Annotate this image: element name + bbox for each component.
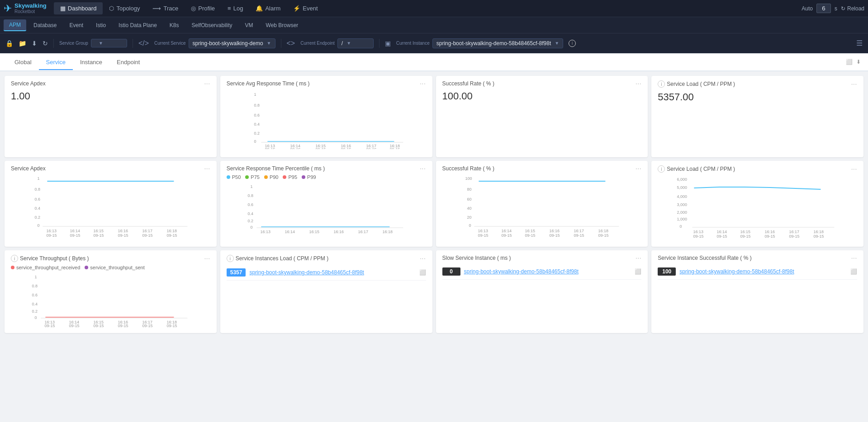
svg-text:0.2: 0.2 xyxy=(254,131,260,136)
svg-text:16:15: 16:15 xyxy=(525,229,535,233)
svg-text:16:18: 16:18 xyxy=(382,230,393,234)
second-nav-event[interactable]: Event xyxy=(64,20,89,31)
svg-text:09-15: 09-15 xyxy=(166,233,177,238)
nav-event[interactable]: ⚡ Event xyxy=(287,2,324,14)
instance-icon: ▣ xyxy=(385,40,391,47)
card-success-rate-chart-title: Successful Rate ( % ) ··· xyxy=(442,165,642,172)
current-service-chevron: ▼ xyxy=(267,41,271,46)
instance-copy-icon-1[interactable]: ⬜ xyxy=(419,269,426,276)
tab-endpoint[interactable]: Endpoint xyxy=(109,55,147,70)
legend-sent: service_throughput_sent xyxy=(85,265,144,270)
service-group-label: Service Group xyxy=(59,41,88,46)
current-endpoint-dropdown[interactable]: / ▼ xyxy=(337,38,374,48)
card-load-chart-title: i Service Load ( CPM / PPM ) ··· xyxy=(658,165,857,173)
instance-success-copy-1[interactable]: ⬜ xyxy=(850,268,857,275)
second-nav-database[interactable]: Database xyxy=(28,20,62,31)
second-nav-web[interactable]: Web Browser xyxy=(261,20,304,31)
info-button[interactable]: i xyxy=(569,40,576,47)
tab-service[interactable]: Service xyxy=(39,55,73,70)
card-instances-load-title: i Service Instances Load ( CPM / PPM ) ·… xyxy=(227,255,426,262)
tab-save-icon[interactable]: ⬜ xyxy=(846,59,853,65)
auto-label: Auto xyxy=(802,5,813,12)
throughput-menu[interactable]: ··· xyxy=(204,255,210,262)
card-menu-icon[interactable]: ··· xyxy=(204,80,210,87)
svg-text:0: 0 xyxy=(37,223,39,228)
card-apdex-chart: Service Apdex ··· 1 0.8 0.6 0.4 0.2 0 16… xyxy=(5,161,217,247)
instance-success-menu[interactable]: ··· xyxy=(851,255,857,261)
svg-text:09-15: 09-15 xyxy=(93,233,104,238)
current-endpoint-select: Current Endpoint / ▼ xyxy=(300,38,374,48)
nav-profile[interactable]: ◎ Profile xyxy=(185,2,221,14)
reload-button[interactable]: ↻ Reload xyxy=(841,5,864,12)
card-throughput-title: i Service Throughput ( Bytes ) ··· xyxy=(11,255,210,262)
second-nav-vm[interactable]: VM xyxy=(240,20,259,31)
settings-icon[interactable]: ☰ xyxy=(856,39,863,47)
p50-dot xyxy=(227,175,230,179)
svg-text:09-15: 09-15 xyxy=(46,233,57,238)
svg-text:1,000: 1,000 xyxy=(677,217,688,221)
nav-trace[interactable]: ⟿ Trace xyxy=(146,2,185,14)
second-nav-apm[interactable]: APM xyxy=(4,19,26,31)
instance-success-item-1: 100 spring-boot-skywalking-demo-58b48465… xyxy=(658,264,857,280)
svg-text:09-15: 09-15 xyxy=(525,233,535,238)
svg-text:16:13: 16:13 xyxy=(46,229,57,233)
nav-profile-label: Profile xyxy=(198,5,215,12)
slow-instance-menu[interactable]: ··· xyxy=(636,255,641,261)
tab-global[interactable]: Global xyxy=(7,55,39,70)
instance-load-name-1[interactable]: spring-boot-skywalking-demo-58b48465cf-8… xyxy=(249,269,415,276)
log-icon: ≡ xyxy=(228,5,231,12)
instance-success-name-1[interactable]: spring-boot-skywalking-demo-58b48465cf-8… xyxy=(679,268,847,275)
nav-dashboard-label: Dashboard xyxy=(68,5,97,12)
current-service-dropdown[interactable]: spring-boot-skywalking-demo ▼ xyxy=(189,38,275,48)
slow-instance-name-1[interactable]: spring-boot-skywalking-demo-58b48465cf-8… xyxy=(464,268,631,275)
card-slow-instance-title: Slow Service Instance ( ms ) ··· xyxy=(442,255,642,261)
nav-trace-label: Trace xyxy=(163,5,178,12)
nav-event-label: Event xyxy=(303,5,318,12)
percentile-menu[interactable]: ··· xyxy=(420,165,426,172)
svg-text:09-15: 09-15 xyxy=(69,324,79,327)
second-nav-k8s[interactable]: K8s xyxy=(164,20,185,31)
instances-load-info[interactable]: i xyxy=(227,255,234,262)
instance-load-badge-1: 5357 xyxy=(227,268,246,277)
nav-log[interactable]: ≡ Log xyxy=(221,2,249,14)
second-nav-istio-dp[interactable]: Istio Data Plane xyxy=(113,20,162,31)
svg-text:100: 100 xyxy=(465,176,472,181)
load-chart-info[interactable]: i xyxy=(658,165,665,173)
avg-response-menu[interactable]: ··· xyxy=(420,80,426,87)
nav-topology[interactable]: ⬡ Topology xyxy=(103,2,146,14)
success-rate-menu[interactable]: ··· xyxy=(636,80,641,87)
svg-text:09-15: 09-15 xyxy=(366,147,376,149)
load-chart-menu[interactable]: ··· xyxy=(851,166,857,172)
svg-text:0.6: 0.6 xyxy=(32,293,38,297)
apdex-chart-menu[interactable]: ··· xyxy=(204,165,210,172)
svg-text:09-15: 09-15 xyxy=(574,233,584,238)
svg-text:0: 0 xyxy=(254,139,256,144)
throughput-legend: service_throughput_received service_thro… xyxy=(11,265,210,270)
current-instance-dropdown[interactable]: spring-boot-skywalking-demo-58b48465cf-8… xyxy=(432,38,563,48)
nav-alarm[interactable]: 🔔 Alarm xyxy=(249,2,287,14)
second-nav-istio[interactable]: Istio xyxy=(90,20,111,31)
service-load-value: 5357.00 xyxy=(658,91,857,103)
download-icon[interactable]: ⬇ xyxy=(32,40,37,47)
nav-dashboard[interactable]: ▦ Dashboard xyxy=(54,2,103,14)
instances-load-menu[interactable]: ··· xyxy=(420,255,426,262)
tab-download-icon[interactable]: ⬇ xyxy=(856,59,861,65)
success-rate-chart-menu[interactable]: ··· xyxy=(636,165,641,172)
card-success-rate-title: Successful Rate ( % ) ··· xyxy=(442,80,642,87)
service-load-info[interactable]: i xyxy=(658,80,665,88)
current-instance-label: Current Instance xyxy=(396,41,430,46)
current-endpoint-chevron: ▼ xyxy=(346,41,351,46)
folder-icon[interactable]: 📁 xyxy=(19,40,26,47)
avg-response-chart: 1 0.8 0.6 0.4 0.2 0 16:13 16:14 16:15 16… xyxy=(227,90,426,150)
slow-instance-copy-1[interactable]: ⬜ xyxy=(635,268,641,275)
second-nav-self[interactable]: SelfObservability xyxy=(186,20,238,31)
service-load-menu[interactable]: ··· xyxy=(851,81,857,87)
svg-text:09-15: 09-15 xyxy=(765,234,775,239)
throughput-info[interactable]: i xyxy=(11,255,18,262)
card-instance-success-rate: Service Instance Successful Rate ( % ) ·… xyxy=(651,250,863,333)
refresh-icon[interactable]: ↻ xyxy=(43,40,48,47)
tab-instance[interactable]: Instance xyxy=(73,55,109,70)
svg-text:16:15: 16:15 xyxy=(93,229,104,233)
service-group-dropdown[interactable]: ▼ xyxy=(91,39,127,47)
interval-input[interactable] xyxy=(816,4,831,13)
